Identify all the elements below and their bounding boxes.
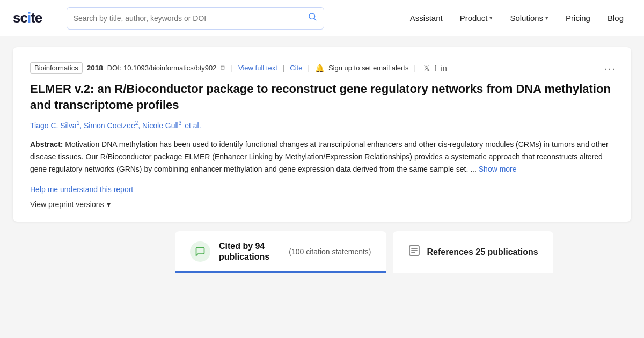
nav-item-blog[interactable]: Blog	[600, 9, 631, 27]
show-more-link[interactable]: Show more	[479, 165, 517, 173]
cited-by-count: Cited by 94	[219, 241, 269, 251]
nav-item-assistant[interactable]: Assistant	[402, 9, 450, 27]
copy-icon[interactable]: ⧉	[221, 64, 225, 72]
author-3[interactable]: Nicole Gull3	[142, 121, 181, 130]
doi-label: DOI: 10.1093/bioinformatics/bty902	[107, 64, 217, 72]
references-label: References 25 publications	[427, 247, 538, 257]
nav-item-product[interactable]: Product ▾	[452, 9, 501, 27]
chevron-down-icon: ▾	[489, 14, 493, 21]
social-icons: 𝕏 f in	[423, 63, 447, 73]
doi-value: 10.1093/bioinformatics/bty902	[123, 64, 216, 72]
publication-year: 2018	[87, 64, 103, 72]
search-bar[interactable]	[67, 7, 324, 30]
logo[interactable]: scite_	[13, 10, 49, 26]
preprint-toggle[interactable]: View preprint versions ▾	[30, 200, 614, 209]
paper-abstract: Abstract: Motivation DNA methylation has…	[30, 138, 614, 175]
abstract-label: Abstract:	[30, 140, 63, 149]
chevron-down-icon: ▾	[107, 200, 111, 209]
help-understand-link[interactable]: Help me understand this report	[30, 185, 614, 194]
author-2[interactable]: Simon Coetzee2	[84, 121, 138, 130]
cited-by-label: publications	[219, 252, 269, 262]
navigation: scite_ Assistant Product ▾ Solutions ▾ P…	[0, 0, 644, 36]
linkedin-icon[interactable]: in	[441, 63, 447, 73]
paper-authors[interactable]: Tiago C. Silva1, Simon Coetzee2, Nicole …	[30, 120, 614, 130]
nav-links: Assistant Product ▾ Solutions ▾ Pricing …	[402, 9, 631, 27]
search-input[interactable]	[74, 14, 308, 23]
alert-text[interactable]: Sign up to set email alerts	[328, 64, 409, 72]
citation-statements: (100 citation statements)	[289, 247, 371, 256]
et-al[interactable]: et al.	[185, 121, 201, 130]
preprint-label: View preprint versions	[30, 200, 104, 209]
author-1[interactable]: Tiago C. Silva1	[30, 121, 79, 130]
svg-line-1	[314, 18, 316, 20]
facebook-icon[interactable]: f	[434, 63, 436, 73]
main-content: ··· Bioinformatics 2018 DOI: 10.1093/bio…	[0, 36, 644, 284]
nav-item-solutions[interactable]: Solutions ▾	[502, 9, 556, 27]
paper-meta: Bioinformatics 2018 DOI: 10.1093/bioinfo…	[30, 62, 614, 74]
cited-by-text: Cited by 94 publications	[219, 241, 269, 261]
paper-title: ELMER v.2: an R/Bioconductor package to …	[30, 81, 614, 113]
abstract-text: Motivation DNA methylation has been used…	[30, 140, 609, 173]
chevron-down-icon: ▾	[545, 14, 548, 21]
paper-card: ··· Bioinformatics 2018 DOI: 10.1093/bio…	[13, 47, 631, 222]
references-icon	[408, 244, 421, 260]
nav-item-pricing[interactable]: Pricing	[558, 9, 598, 27]
search-icon	[308, 12, 317, 24]
cite-link[interactable]: Cite	[290, 64, 302, 72]
references-panel[interactable]: References 25 publications	[393, 231, 553, 273]
view-full-text-link[interactable]: View full text	[238, 64, 277, 72]
citation-bar: Cited by 94 publications (100 citation s…	[0, 231, 644, 273]
bell-icon: 🔔	[315, 64, 324, 72]
cited-by-panel[interactable]: Cited by 94 publications (100 citation s…	[175, 231, 386, 273]
more-options-button[interactable]: ···	[604, 62, 616, 75]
journal-badge: Bioinformatics	[30, 62, 83, 74]
citation-bubble-icon	[190, 241, 210, 262]
twitter-icon[interactable]: 𝕏	[423, 63, 430, 73]
